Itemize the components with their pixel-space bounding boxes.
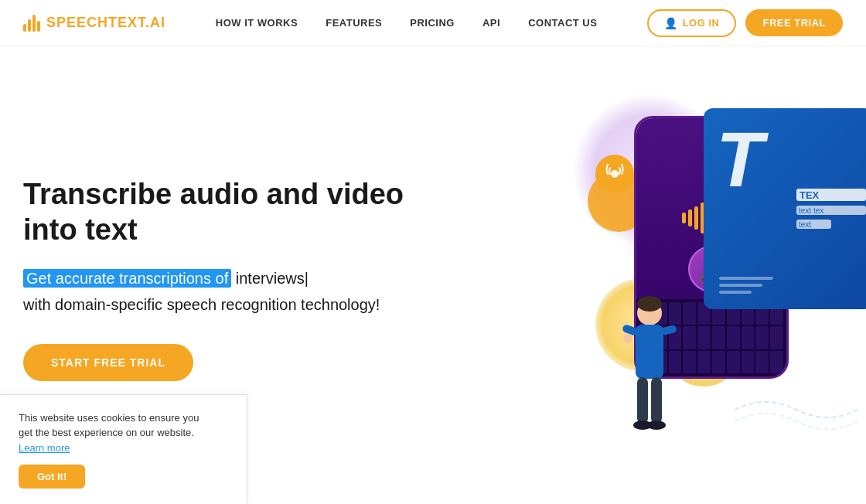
svg-rect-3 <box>636 325 663 379</box>
start-free-trial-button[interactable]: START FREE TRIAL <box>23 344 193 381</box>
logo-text: SPEECHTEXT.AI <box>46 15 165 31</box>
logo-waves-icon <box>23 15 40 32</box>
horizontal-line-decorations <box>719 277 773 294</box>
svg-point-9 <box>647 421 666 430</box>
hero-illustration: 🎤 T TEX text tex text <box>479 93 866 448</box>
person-figure-illustration <box>619 294 680 448</box>
svg-rect-5 <box>660 325 677 336</box>
decorative-curves <box>735 387 858 433</box>
free-trial-button[interactable]: FREE TRIAL <box>745 9 843 36</box>
login-button[interactable]: 👤 LOG IN <box>647 9 736 37</box>
svg-point-2 <box>637 296 662 312</box>
svg-point-10 <box>623 334 632 343</box>
nav-api[interactable]: API <box>482 17 500 29</box>
logo[interactable]: SPEECHTEXT.AI <box>23 15 165 32</box>
hero-subtitle-line2: with domain-specific speech recognition … <box>23 293 474 316</box>
hero-subtitle: Get accurate transcriptions of interview… <box>23 267 474 316</box>
cookie-learn-more-link[interactable]: Learn more <box>19 442 70 454</box>
sound-bubble-illustration <box>595 155 634 193</box>
tablet-text-lines: TEX text tex text <box>789 108 866 309</box>
cookie-text: This website uses cookies to ensure you … <box>19 410 228 456</box>
svg-point-0 <box>611 170 619 178</box>
navbar-actions: 👤 LOG IN FREE TRIAL <box>647 9 843 37</box>
nav-how-it-works[interactable]: HOW IT WORKS <box>216 17 298 29</box>
navbar-nav: HOW IT WORKS FEATURES PRICING API CONTAC… <box>216 17 598 29</box>
navbar: SPEECHTEXT.AI HOW IT WORKS FEATURES PRIC… <box>0 0 866 46</box>
hero-subtitle-highlighted: Get accurate transcriptions of <box>23 269 231 288</box>
tablet-overlay-illustration: T TEX text tex text <box>704 108 866 309</box>
cookie-got-it-button[interactable]: Got It! <box>19 465 85 489</box>
hero-subtitle-typed: interviews| <box>231 270 309 287</box>
hero-title: Transcribe audio and video into text <box>23 177 456 247</box>
nav-contact-us[interactable]: CONTACT US <box>528 17 597 29</box>
sound-waves-icon <box>604 163 626 185</box>
nav-pricing[interactable]: PRICING <box>410 17 455 29</box>
cookie-banner: This website uses cookies to ensure you … <box>0 394 247 505</box>
svg-rect-7 <box>651 377 662 424</box>
hero-content: Transcribe audio and video into text Get… <box>23 177 474 380</box>
person-svg-icon <box>619 294 680 448</box>
nav-features[interactable]: FEATURES <box>326 17 382 29</box>
user-icon: 👤 <box>664 17 678 29</box>
svg-rect-6 <box>637 377 648 424</box>
